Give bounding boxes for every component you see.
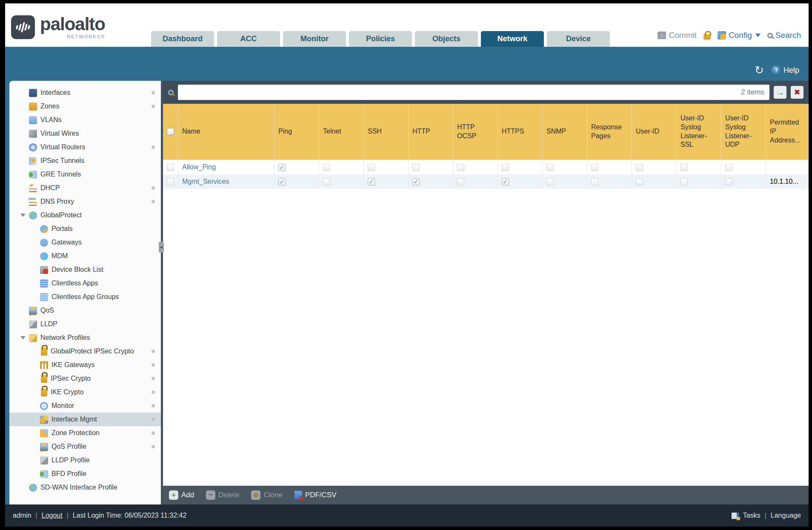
tab-policies[interactable]: Policies — [349, 31, 412, 47]
expand-triangle-icon[interactable] — [20, 214, 26, 217]
ping-checkbox[interactable] — [278, 164, 286, 171]
filter-input[interactable] — [178, 85, 769, 100]
http-ocsp-checkbox[interactable] — [457, 178, 464, 185]
tab-device[interactable]: Device — [547, 31, 610, 47]
col-header-user-id-syslog-listener-ssl[interactable]: User-ID Syslog Listener-SSL — [677, 104, 721, 160]
http-ocsp-checkbox[interactable] — [457, 164, 464, 171]
apply-filter-button[interactable]: → — [774, 86, 786, 99]
global-search-button[interactable]: Search — [767, 31, 801, 40]
col-header-http[interactable]: HTTP — [409, 104, 453, 160]
col-header-permitted-ip-address[interactable]: Permitted IP Address... — [766, 104, 809, 160]
select-all-checkbox[interactable] — [167, 128, 174, 135]
tasks-link[interactable]: Tasks — [743, 512, 761, 519]
col-header-name[interactable]: Name — [178, 104, 274, 160]
user-id-checkbox[interactable] — [636, 178, 643, 185]
expand-triangle-icon[interactable] — [20, 336, 26, 339]
row-checkbox[interactable] — [167, 164, 174, 171]
collapse-sidebar-icon[interactable]: ◄ — [159, 242, 164, 253]
sidebar-item-lldp-profile[interactable]: LLDP Profile — [9, 453, 161, 467]
sidebar-item-interface-mgmt[interactable]: Interface Mgmt — [9, 413, 161, 426]
sidebar-item-ipsec-crypto[interactable]: IPSec Crypto — [9, 372, 161, 385]
sidebar-item-qos-profile[interactable]: QoS Profile — [9, 440, 161, 453]
add-button[interactable]: + Add — [169, 490, 194, 500]
tab-monitor[interactable]: Monitor — [283, 31, 346, 47]
sidebar-item-gre-tunnels[interactable]: GRE Tunnels — [9, 168, 161, 181]
sidebar-item-globalprotect[interactable]: GlobalProtect — [9, 208, 161, 222]
http-checkbox[interactable] — [412, 178, 420, 185]
snmp-checkbox[interactable] — [546, 164, 554, 171]
https-checkbox[interactable] — [502, 178, 509, 185]
profile-name-link[interactable]: Mgmt_Services — [182, 178, 229, 185]
col-header-ping[interactable]: Ping — [274, 104, 319, 160]
content-area: InterfacesZonesVLANsVirtual WiresVirtual… — [5, 81, 809, 504]
clear-filter-button[interactable]: ✖ — [791, 86, 803, 99]
response-pages-checkbox[interactable] — [591, 164, 598, 171]
sidebar-item-lldp[interactable]: LLDP — [9, 317, 161, 331]
sidebar-item-virtual-wires[interactable]: Virtual Wires — [9, 127, 161, 140]
delete-button[interactable]: − Delete — [206, 490, 239, 500]
sidebar-item-label: Zones — [40, 103, 59, 110]
col-header-ssh[interactable]: SSH — [364, 104, 409, 160]
clone-button[interactable]: Clone — [251, 490, 282, 500]
col-header-telnet[interactable]: Telnet — [319, 104, 364, 160]
lock-icon[interactable] — [703, 34, 711, 40]
col-header-user-id[interactable]: User-ID — [632, 104, 677, 160]
sidebar-item-clientless-apps[interactable]: Clientless Apps — [9, 276, 161, 290]
col-header-snmp[interactable]: SNMP — [543, 104, 587, 160]
sidebar-item-device-block-list[interactable]: Device Block List — [9, 263, 161, 276]
sidebar-item-zones[interactable]: Zones — [9, 100, 161, 113]
refresh-icon[interactable]: ↻ — [755, 66, 764, 75]
config-menu-button[interactable]: Config — [718, 31, 761, 40]
user-id-checkbox[interactable] — [636, 164, 643, 171]
sidebar-item-ipsec-tunnels[interactable]: IPSec Tunnels — [9, 154, 161, 168]
row-checkbox[interactable] — [167, 178, 174, 185]
tab-acc[interactable]: ACC — [217, 31, 280, 47]
logout-link[interactable]: Logout — [42, 512, 63, 519]
sidebar-splitter[interactable]: ◄ — [161, 81, 163, 504]
sidebar-item-network-profiles[interactable]: Network Profiles — [9, 331, 161, 345]
sidebar-item-dhcp[interactable]: DHCP — [9, 181, 161, 195]
ssh-checkbox[interactable] — [368, 164, 375, 171]
sidebar-item-virtual-routers[interactable]: Virtual Routers — [9, 140, 161, 154]
sidebar-item-monitor[interactable]: Monitor — [9, 399, 161, 413]
sidebar-item-sd-wan-interface-profile[interactable]: SD-WAN Interface Profile — [9, 481, 161, 494]
sidebar-item-gateways[interactable]: Gateways — [9, 236, 161, 249]
sidebar-item-globalprotect-ipsec-crypto[interactable]: GlobalProtect IPSec Crypto — [9, 345, 161, 358]
sidebar-item-clientless-app-groups[interactable]: Clientless App Groups — [9, 290, 161, 304]
ssh-checkbox[interactable] — [368, 178, 375, 185]
telnet-checkbox[interactable] — [323, 164, 330, 171]
sidebar-item-vlans[interactable]: VLANs — [9, 113, 161, 127]
profile-name-link[interactable]: Allow_Ping — [182, 163, 216, 171]
col-header-http-ocsp[interactable]: HTTP OCSP — [453, 104, 498, 160]
http-checkbox[interactable] — [412, 164, 420, 171]
sidebar-item-interfaces[interactable]: Interfaces — [9, 86, 161, 100]
response-pages-checkbox[interactable] — [591, 178, 598, 185]
sidebar-item-zone-protection[interactable]: Zone Protection — [9, 426, 161, 440]
sidebar-item-qos[interactable]: QoS — [9, 304, 161, 317]
user-id-syslog-listener-udp-checkbox[interactable] — [725, 178, 732, 185]
commit-button[interactable]: ↓ Commit — [658, 31, 696, 40]
help-button[interactable]: ? Help — [772, 66, 799, 75]
tab-network[interactable]: Network — [481, 31, 544, 47]
user-id-syslog-listener-ssl-checkbox[interactable] — [680, 178, 688, 185]
sidebar-item-portals[interactable]: Portals — [9, 222, 161, 236]
sidebar-item-ike-gateways[interactable]: IKE Gateways — [9, 358, 161, 372]
sidebar-item-dns-proxy[interactable]: DNS Proxy — [9, 195, 161, 208]
sidebar-item-ike-crypto[interactable]: IKE Crypto — [9, 385, 161, 399]
user-id-syslog-listener-ssl-checkbox[interactable] — [680, 164, 688, 171]
snmp-checkbox[interactable] — [546, 178, 554, 185]
col-header-https[interactable]: HTTPS — [498, 104, 543, 160]
language-link[interactable]: Language — [771, 512, 801, 519]
telnet-checkbox[interactable] — [323, 178, 330, 185]
ping-checkbox[interactable] — [278, 178, 286, 185]
sidebar-item-bfd-profile[interactable]: BFD Profile — [9, 467, 161, 481]
col-header-response-pages[interactable]: Response Pages — [587, 104, 632, 160]
gateways-icon — [40, 239, 48, 247]
tab-objects[interactable]: Objects — [415, 31, 478, 47]
tab-dashboard[interactable]: Dashboard — [151, 31, 214, 47]
user-id-syslog-listener-udp-checkbox[interactable] — [725, 164, 732, 171]
col-header-user-id-syslog-listener-udp[interactable]: User-ID Syslog Listener-UDP — [721, 104, 766, 160]
https-checkbox[interactable] — [502, 164, 509, 171]
pdf-csv-button[interactable]: PDF/CSV — [294, 491, 337, 499]
sidebar-item-mdm[interactable]: MDM — [9, 249, 161, 263]
